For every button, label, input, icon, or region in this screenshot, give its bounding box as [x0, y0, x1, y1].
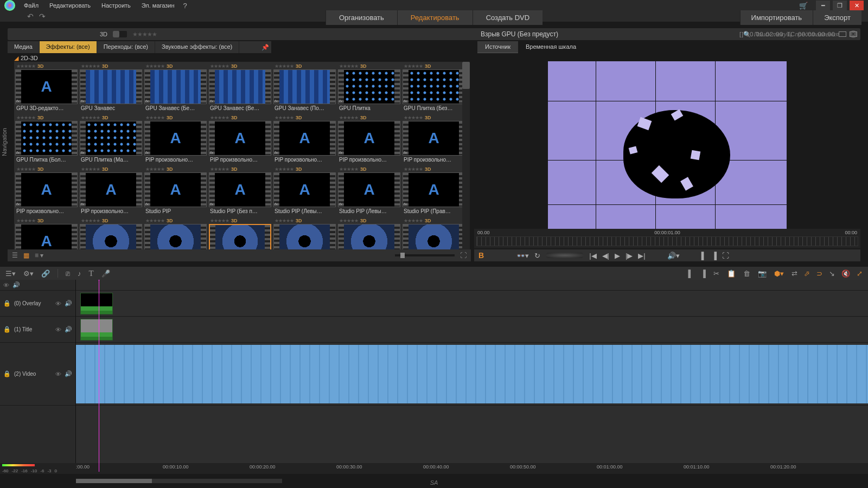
fit-icon[interactable]: ⛶	[460, 252, 467, 259]
help-icon[interactable]: ?	[183, 2, 187, 10]
effect-thumbnail[interactable]: fx	[273, 69, 336, 104]
effect-item[interactable]: ★★★★★3Dfx	[338, 217, 401, 249]
effect-thumbnail[interactable]: fx	[80, 121, 142, 156]
library-scrollbar[interactable]	[462, 62, 470, 249]
jog-wheel[interactable]	[546, 253, 584, 258]
tree-view-icon[interactable]: ☰	[12, 252, 18, 259]
tab-organize[interactable]: Организовать	[326, 10, 397, 25]
preview-ruler[interactable]	[476, 236, 858, 246]
tl-trash-icon[interactable]: 🗑	[743, 269, 750, 278]
item-stars[interactable]: ★★★★★	[81, 115, 100, 120]
rating-stars[interactable]: ★★★★★	[132, 31, 157, 38]
item-stars[interactable]: ★★★★★	[145, 115, 164, 120]
eye-icon[interactable]: 👁	[55, 326, 61, 333]
effect-thumbnail[interactable]: fx	[209, 69, 271, 104]
window-minimize[interactable]: ━	[816, 1, 830, 10]
effect-thumbnail[interactable]: fxA	[144, 172, 207, 207]
tl-music-icon[interactable]: ♪	[78, 269, 81, 278]
item-stars[interactable]: ★★★★★	[339, 218, 358, 223]
effect-thumbnail[interactable]: fxA	[273, 172, 336, 207]
effect-thumbnail[interactable]: fxA	[209, 121, 271, 156]
lane-title[interactable]	[76, 317, 868, 343]
effect-item[interactable]: ★★★★★3DfxAStudio PIP (Левы…	[338, 166, 401, 216]
step-back-icon[interactable]: ◀|	[602, 252, 609, 260]
effect-item[interactable]: ★★★★★3DfxGPU Занавес	[80, 63, 143, 113]
tl-snapshot-icon[interactable]: 📷	[758, 269, 767, 278]
loop-icon[interactable]: ↻	[534, 252, 540, 260]
effect-thumbnail[interactable]: fx	[338, 224, 400, 249]
item-stars[interactable]: ★★★★★	[81, 63, 100, 69]
effect-thumbnail[interactable]: fxA	[144, 121, 207, 156]
effect-thumbnail[interactable]: fxA	[15, 172, 78, 207]
track-head-overlay[interactable]: 🔒 (0) Overlay 👁 🔊	[0, 291, 75, 317]
lane-video[interactable]	[76, 343, 868, 406]
item-stars[interactable]: ★★★★★	[145, 63, 164, 69]
item-stars[interactable]: ★★★★★	[16, 115, 35, 120]
effect-item[interactable]: ★★★★★3DfxA	[15, 217, 79, 249]
tl-menu-icon[interactable]: ☰▾	[5, 269, 16, 278]
aspect-icon-2[interactable]	[850, 31, 857, 37]
item-stars[interactable]: ★★★★★	[339, 166, 358, 172]
effect-thumbnail[interactable]: fxA	[80, 172, 142, 207]
item-stars[interactable]: ★★★★★	[145, 218, 164, 223]
cart-icon[interactable]: 🛒	[799, 2, 808, 10]
effect-item[interactable]: ★★★★★3DfxGPU Занавес (Бе…	[144, 63, 208, 113]
tl-arrow-icon[interactable]: ↘	[829, 269, 835, 278]
clip-title[interactable]	[80, 319, 113, 341]
scrollbar-thumb[interactable]	[462, 62, 470, 89]
step-fwd-icon[interactable]: |▶	[626, 252, 633, 260]
effect-item[interactable]: ★★★★★3Dfx	[209, 217, 272, 249]
item-stars[interactable]: ★★★★★	[210, 63, 229, 69]
effect-item[interactable]: ★★★★★3Dfx	[80, 217, 143, 249]
speaker-icon[interactable]: 🔊	[65, 326, 72, 333]
track-head-title[interactable]: 🔒 (1) Title 👁 🔊	[0, 317, 75, 343]
effect-thumbnail[interactable]: fx	[15, 121, 78, 156]
item-stars[interactable]: ★★★★★	[339, 115, 358, 120]
zoom-slider[interactable]	[395, 254, 455, 256]
effect-thumbnail[interactable]: fx	[273, 224, 336, 249]
lock-icon[interactable]: 🔒	[3, 370, 11, 377]
effect-item[interactable]: ★★★★★3Dfx	[144, 217, 208, 249]
effect-thumbnail[interactable]: fxA	[273, 121, 336, 156]
effect-item[interactable]: ★★★★★3DfxAStudio PIP (Прав…	[403, 166, 466, 216]
item-stars[interactable]: ★★★★★	[404, 63, 423, 69]
lane-overlay[interactable]	[76, 291, 868, 317]
item-stars[interactable]: ★★★★★	[81, 218, 100, 223]
tl-insert-icon[interactable]: ⬀	[804, 269, 810, 278]
item-stars[interactable]: ★★★★★	[210, 115, 229, 120]
effect-item[interactable]: ★★★★★3DfxAStudio PIP (Без п…	[209, 166, 272, 216]
tl-mark-out-icon[interactable]: ▐	[701, 269, 706, 278]
go-end-icon[interactable]: ▶|	[638, 252, 645, 260]
tab-dvd[interactable]: Создать DVD	[473, 10, 542, 25]
tl-mute-icon[interactable]: 🔇	[841, 269, 850, 278]
item-stars[interactable]: ★★★★★	[275, 166, 293, 172]
effect-item[interactable]: ★★★★★3DfxAPIP произвольно…	[403, 114, 466, 165]
tl-mixer-icon[interactable]: ⎚	[66, 269, 70, 278]
undo-icon[interactable]: ↶	[27, 12, 34, 21]
effect-item[interactable]: ★★★★★3DfxAStudio PIP (Левы…	[273, 166, 337, 216]
mark-out-icon[interactable]: ▐	[712, 252, 717, 260]
effect-item[interactable]: ★★★★★3DfxAPIP произвольно…	[273, 114, 337, 165]
menu-eshop[interactable]: Эл. магазин	[137, 1, 179, 10]
effect-thumbnail[interactable]: fxA	[338, 172, 400, 207]
tl-link-icon[interactable]: 🔗	[41, 269, 50, 278]
menu-setup[interactable]: Настроить	[97, 1, 135, 10]
eye-icon[interactable]: 👁	[3, 282, 9, 288]
item-stars[interactable]: ★★★★★	[16, 63, 35, 69]
item-stars[interactable]: ★★★★★	[145, 166, 164, 172]
effect-thumbnail[interactable]: fx	[80, 224, 142, 249]
lib-tab-transitions[interactable]: Переходы: (все)	[97, 41, 155, 53]
go-start-icon[interactable]: |◀	[589, 252, 596, 260]
tl-marker-icon[interactable]: ⬢▾	[774, 269, 784, 278]
item-stars[interactable]: ★★★★★	[404, 166, 423, 172]
lib-tab-effects[interactable]: Эффекты: (все)	[40, 41, 97, 53]
time-ruler[interactable]: :00.0000:00:10.0000:00:20.0000:00:30.000…	[76, 463, 868, 474]
pin-icon[interactable]: 📌	[259, 41, 271, 53]
tl-title-icon[interactable]: T	[89, 269, 94, 278]
tl-razor-icon[interactable]: ✂	[713, 269, 719, 278]
menu-file[interactable]: Файл	[20, 1, 43, 10]
item-stars[interactable]: ★★★★★	[16, 166, 35, 172]
speaker-icon[interactable]: 🔊	[12, 281, 20, 288]
volume-icon[interactable]: 🔊▾	[667, 252, 680, 260]
track-head-video[interactable]: 🔒 (2) Video 👁 🔊	[0, 343, 75, 406]
